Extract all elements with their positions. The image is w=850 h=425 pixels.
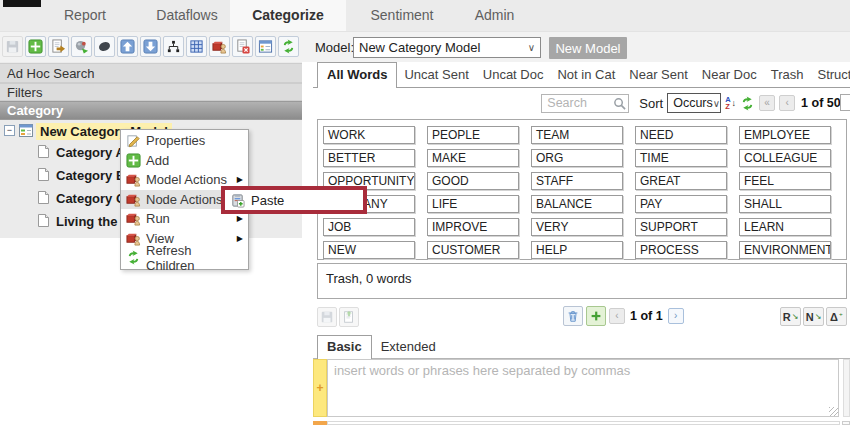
sort-select[interactable]: Occurs ∨ <box>667 93 721 113</box>
word-chip[interactable]: PAY <box>635 195 727 213</box>
tab-all-words[interactable]: All Words <box>317 62 397 88</box>
tree-collapse-icon[interactable]: − <box>4 125 15 136</box>
add-words-strip[interactable]: + <box>313 359 327 417</box>
save-icon[interactable] <box>317 307 337 327</box>
word-chip[interactable]: HELP <box>531 241 623 259</box>
grid-icon[interactable] <box>186 36 207 57</box>
section-ad-hoc-search[interactable]: Ad Hoc Search <box>0 63 302 83</box>
trash-drop-zone[interactable]: Trash, 0 words <box>317 263 847 299</box>
word-chip[interactable]: ORG <box>531 149 623 167</box>
plus-icon: ⁺ <box>839 312 843 321</box>
word-chip[interactable]: BALANCE <box>531 195 623 213</box>
tree-node-category-b[interactable]: Category B <box>56 167 125 184</box>
import-document-icon[interactable] <box>339 307 359 327</box>
word-chip[interactable]: LIFE <box>427 195 519 213</box>
tab-uncat-doc[interactable]: Uncat Doc <box>476 63 551 87</box>
refresh-icon[interactable] <box>740 96 755 111</box>
save-icon[interactable] <box>2 36 23 57</box>
model-select[interactable]: New Category Model ∨ <box>353 37 541 58</box>
word-chip[interactable]: GOOD <box>427 172 519 190</box>
tab-report[interactable]: Report <box>40 7 130 23</box>
menu-item-add[interactable]: Add <box>121 151 248 171</box>
word-chip[interactable]: ENVIRONMENT <box>739 241 831 259</box>
add-icon <box>126 153 141 168</box>
tab-not-in-cat[interactable]: Not in Cat <box>550 63 622 87</box>
word-chip[interactable]: NEED <box>635 126 727 144</box>
pager-prev-button[interactable]: ‹ <box>609 308 625 324</box>
word-chip[interactable]: TIME <box>635 149 727 167</box>
tab-dataflows[interactable]: Dataflows <box>138 7 236 23</box>
add-icon[interactable] <box>586 306 606 326</box>
word-chip[interactable]: GREAT <box>635 172 727 190</box>
tab-extended[interactable]: Extended <box>372 336 445 358</box>
tab-trash[interactable]: Trash <box>764 63 811 87</box>
refresh-icon[interactable] <box>278 36 299 57</box>
word-chip[interactable]: SHALL <box>739 195 831 213</box>
tree-node-category-a[interactable]: Category A <box>56 144 125 161</box>
section-category[interactable]: Category <box>0 101 302 120</box>
add-delta-button[interactable]: Δ⁺ <box>826 307 847 326</box>
button-label: Δ <box>830 311 838 323</box>
page-number-input[interactable] <box>840 94 850 111</box>
word-chip[interactable]: SUPPORT <box>635 218 727 236</box>
button-label: N <box>806 311 814 323</box>
section-filters[interactable]: Filters <box>0 83 302 101</box>
pager-next-button[interactable]: › <box>668 308 684 324</box>
word-chip[interactable]: FEEL <box>739 172 831 190</box>
new-node-button[interactable]: N↘ <box>803 307 824 326</box>
move-up-icon[interactable] <box>117 36 138 57</box>
pencil-icon <box>126 133 141 148</box>
tab-sentiment[interactable]: Sentiment <box>353 7 451 23</box>
word-chip[interactable]: PEOPLE <box>427 126 519 144</box>
rename-node-button[interactable]: R↘ <box>780 307 801 326</box>
chevron-down-icon: ∨ <box>528 42 535 53</box>
hierarchy-icon[interactable] <box>163 36 184 57</box>
tab-near-doc[interactable]: Near Doc <box>695 63 764 87</box>
word-chip[interactable]: LEARN <box>739 218 831 236</box>
resize-handle[interactable] <box>829 407 838 416</box>
run-model-icon[interactable] <box>71 36 92 57</box>
tab-basic[interactable]: Basic <box>317 335 372 359</box>
delete-icon[interactable] <box>563 306 583 326</box>
tab-uncat-sent[interactable]: Uncat Sent <box>397 63 475 87</box>
word-chip[interactable]: NEW <box>323 241 415 259</box>
words-input[interactable] <box>327 359 839 417</box>
word-chip[interactable]: PROCESS <box>635 241 727 259</box>
new-model-button[interactable]: New Model <box>549 37 627 59</box>
pager-prev-button[interactable]: ‹ <box>779 95 795 111</box>
model-node-icon <box>19 124 33 140</box>
tab-structured[interactable]: Structured <box>811 63 850 87</box>
tab-near-sent[interactable]: Near Sent <box>622 63 695 87</box>
menu-item-refresh-children[interactable]: Refresh Children <box>121 248 248 268</box>
model-actions-icon[interactable] <box>209 36 230 57</box>
tag-icon[interactable] <box>94 36 115 57</box>
word-chip[interactable]: MAKE <box>427 149 519 167</box>
tab-admin[interactable]: Admin <box>452 7 537 23</box>
word-chip[interactable]: JOB <box>323 218 415 236</box>
model-label: Model: <box>315 40 354 55</box>
word-chip[interactable]: EMPLOYEE <box>739 126 831 144</box>
word-chip[interactable]: VERY <box>531 218 623 236</box>
menu-item-properties[interactable]: Properties <box>121 131 248 151</box>
move-down-icon[interactable] <box>140 36 161 57</box>
menu-item-paste[interactable]: Paste <box>251 193 284 208</box>
pager-first-button[interactable]: « <box>759 95 775 111</box>
word-chip[interactable]: WORK <box>323 126 415 144</box>
word-chip[interactable]: BETTER <box>323 149 415 167</box>
word-chip[interactable]: IMPROVE <box>427 218 519 236</box>
report-panel-icon[interactable] <box>255 36 276 57</box>
word-chip[interactable]: COLLEAGUE <box>739 149 831 167</box>
editor-tab-bar: Basic Extended <box>313 336 850 359</box>
sort-select-value: Occurs <box>673 96 713 110</box>
tab-categorize[interactable]: Categorize <box>230 7 346 23</box>
tree-node-living-the-v[interactable]: Living the V <box>56 213 130 230</box>
tree-node-category-c[interactable]: Category C <box>56 190 125 207</box>
word-chip[interactable]: STAFF <box>531 172 623 190</box>
sort-az-icon[interactable]: AZ ↓ <box>725 96 736 110</box>
scrollbar[interactable] <box>843 359 850 417</box>
delete-document-icon[interactable] <box>232 36 253 57</box>
word-chip[interactable]: TEAM <box>531 126 623 144</box>
word-chip[interactable]: CUSTOMER <box>427 241 519 259</box>
export-document-icon[interactable] <box>48 36 69 57</box>
add-icon[interactable] <box>25 36 46 57</box>
